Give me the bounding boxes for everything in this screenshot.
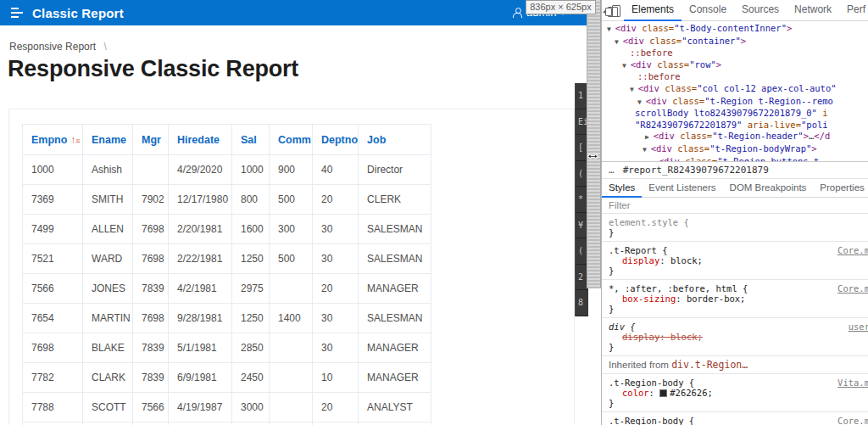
dom-tree-line[interactable]: ▼ <div class="t-Region t-Region--remo [602,96,868,109]
viewport-size-tooltip: 836px × 625px [526,0,596,14]
css-rule[interactable]: userdiv {display: block;} [602,318,868,356]
person-icon [513,8,522,18]
column-header-empno[interactable]: Empno↑≡ [23,125,83,155]
stylesheet-link[interactable]: Vita.m [837,377,868,388]
column-header-job[interactable]: Job [359,125,431,155]
css-rule[interactable]: Core.m*, :after, :before, html {box-sizi… [602,280,868,318]
devtools-toolbar: ElementsConsoleSourcesNetworkPerf [602,0,868,21]
stylesheet-link[interactable]: Core.m [837,416,868,425]
column-header-mgr[interactable]: Mgr [133,125,169,155]
dom-tree-line[interactable]: ▼ <div class="container"> [602,36,868,48]
selected-element-selector: #report_R82439079672201879 [623,165,769,176]
table-row: 7782CLARK78396/9/1981245010MANAGER [23,363,431,393]
table-row-partial [23,422,431,425]
table-row: 7521WARD76982/22/1981125050030SALESMAN [23,244,431,274]
table-row: 1000Ashish4/29/2020100090040Director [23,155,431,185]
breadcrumb-separator: \ [103,41,106,53]
dom-tree-line[interactable]: ▶ <div class="t-Region-header">…</d [602,131,868,143]
styles-tab-dom-breakpoints[interactable]: DOM Breakpoints [723,179,814,198]
app-header: Classic Report admin ▾ [0,0,587,25]
css-rule[interactable]: Vita.m.t-Region-body {color: #262626;} [602,374,868,412]
styles-tab-styles[interactable]: Styles [602,179,642,198]
devtools-tabs: ElementsConsoleSourcesNetworkPerf [624,0,868,21]
css-rule[interactable]: Core.m.t-Region-body {font-size: 1.4rem;… [602,412,868,425]
table-row: 7566JONES78394/2/1981297520MANAGER [23,274,431,304]
styles-sidebar: … #report_R82439079672201879 StylesEvent… [602,161,868,425]
report-region: Empno↑≡EnameMgrHiredateSalCommDeptnoJob … [8,109,575,425]
css-rule[interactable]: element.style {} [602,214,868,242]
color-swatch[interactable] [659,389,667,397]
devtools-tab-elements[interactable]: Elements [624,0,682,21]
resize-cursor-icon: ↔ [586,146,600,163]
css-rule[interactable]: Core.m.t-Report {display: block;} [602,242,868,280]
overflow-menu-icon[interactable]: … [609,165,615,176]
column-header-deptno[interactable]: Deptno [313,125,359,155]
table-row: 7369SMITH790212/17/198080050020CLERK [23,185,431,215]
css-rules-list: element.style {}Core.m.t-Report {display… [602,214,868,425]
dom-tree-line[interactable]: scrollBody lto82439079672201879_0" i [602,108,868,120]
dom-tree-line[interactable]: ▼ <div class="col col-12 apex-col-auto" [602,83,868,96]
stylesheet-link[interactable]: Core.m [837,283,868,294]
column-header-ename[interactable]: Ename [83,125,133,155]
styles-filter-input[interactable]: Filter [602,198,868,214]
table-row: 7499ALLEN76982/20/1981160030030SALESMAN [23,215,431,244]
dom-tree-line[interactable]: ::before [602,71,868,83]
selected-element-bar: … #report_R82439079672201879 [602,162,868,179]
devtools-panel: ElementsConsoleSourcesNetworkPerf ▼ <div… [601,0,868,425]
stylesheet-link[interactable]: user [849,322,868,332]
column-header-comm[interactable]: Comm [270,125,313,155]
page-title: Responsive Classic Report [8,56,298,82]
classic-report-table: Empno↑≡EnameMgrHiredateSalCommDeptnoJob … [22,124,431,425]
styles-tab-event-listeners[interactable]: Event Listeners [642,179,722,198]
devtools-tab-sources[interactable]: Sources [734,0,787,21]
sort-asc-icon: ↑≡ [70,134,79,146]
styles-tab-properties[interactable]: Properties [813,179,868,198]
devtools-tab-perf[interactable]: Perf [839,0,868,21]
apex-app-window: Classic Report admin ▾ 836px × 625px Res… [0,0,587,425]
breadcrumb[interactable]: Responsive Report \ [9,41,107,53]
dom-tree-line[interactable]: ▼ <div class="row"> [602,59,868,72]
dom-tree: ▼ <div class="t-Body-contentInner">▼ <di… [602,22,868,161]
devtools-resize-divider[interactable] [587,0,601,288]
table-row: 7788SCOTT75664/19/1987300020ANALYST [23,393,431,422]
dom-tree-line[interactable]: "R82439079672201879" aria-live="poli [602,120,868,131]
screenshot-root: Classic Report admin ▾ 836px × 625px Res… [0,0,868,425]
dom-tree-line[interactable]: ▼ <div class="t-Region-bodyWrap"> [602,143,868,156]
dom-tree-line[interactable]: ::before [602,48,868,59]
breadcrumb-item[interactable]: Responsive Report [9,41,96,53]
menu-icon[interactable] [11,8,23,18]
table-header-row: Empno↑≡EnameMgrHiredateSalCommDeptnoJob [23,125,431,155]
table-row: 7698BLAKE78395/1/1981285030MANAGER [23,333,431,363]
inherited-from-label: Inherited from div.t-Region… [602,356,868,374]
stylesheet-link[interactable]: Core.m [837,245,868,255]
dom-tree-line[interactable]: ▼ <div class="t-Body-contentInner"> [602,23,868,36]
column-header-hiredate[interactable]: Hiredate [169,125,232,155]
devtools-tab-network[interactable]: Network [787,0,839,21]
styles-tabs: StylesEvent ListenersDOM BreakpointsProp… [602,179,868,198]
column-header-sal[interactable]: Sal [232,125,270,155]
table-row: 7654MARTIN76989/28/19811250140030SALESMA… [23,304,431,333]
devtools-tab-console[interactable]: Console [682,0,734,21]
app-title: Classic Report [32,6,124,20]
